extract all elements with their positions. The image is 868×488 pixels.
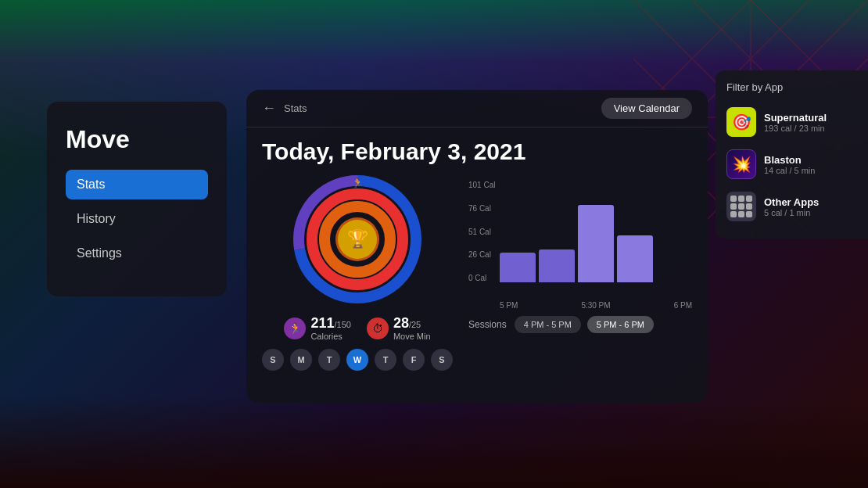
filter-panel: Filter by App 🎯Supernatural193 cal / 23 … <box>716 70 868 239</box>
bar-0 <box>500 253 536 283</box>
y-label: 76 Cal <box>468 204 495 213</box>
move-min-values: 28/25 Move Min <box>393 315 431 341</box>
day-circle-w3[interactable]: W <box>346 349 368 371</box>
move-min-icon: ⏱ <box>367 318 389 339</box>
floor-gradient <box>0 394 868 488</box>
session-button-0[interactable]: 4 PM - 5 PM <box>515 316 581 333</box>
filter-apps-list: 🎯Supernatural193 cal / 23 min💥Blaston14 … <box>716 101 868 228</box>
filter-title: Filter by App <box>716 81 868 101</box>
sidebar-item-history[interactable]: History <box>66 204 208 234</box>
app-icon-blaston: 💥 <box>726 149 756 179</box>
y-label: 26 Cal <box>468 250 495 259</box>
session-button-1[interactable]: 5 PM - 6 PM <box>587 316 654 333</box>
days-row: SMTWTFS <box>262 349 453 371</box>
sessions-label: Sessions <box>468 319 507 330</box>
day-circle-s6[interactable]: S <box>431 349 453 371</box>
app-stats: 5 cal / 1 min <box>764 208 819 217</box>
sidebar-item-stats[interactable]: Stats <box>66 170 208 199</box>
move-min-label: Move Min <box>393 332 431 341</box>
breadcrumb: Stats <box>284 102 307 114</box>
app-icon-supernatural: 🎯 <box>726 107 756 137</box>
donut-area: 🏆 🏃 🏃 211/150 Calories ⏱ 28/25 <box>262 173 453 371</box>
stats-content: 🏆 🏃 🏃 211/150 Calories ⏱ 28/25 <box>246 173 708 371</box>
day-circle-t4[interactable]: T <box>375 349 396 371</box>
chart-area: 101 Cal76 Cal51 Cal26 Cal0 Cal 5 PM5:30 … <box>468 173 692 371</box>
session-buttons: 4 PM - 5 PM5 PM - 6 PM <box>515 316 654 333</box>
filter-app-supernatural[interactable]: 🎯Supernatural193 cal / 23 min <box>716 101 868 143</box>
bar-3 <box>617 235 653 283</box>
y-axis-labels: 101 Cal76 Cal51 Cal26 Cal0 Cal <box>468 181 495 282</box>
app-icon-other <box>726 192 756 221</box>
back-button[interactable]: ← <box>262 100 276 117</box>
bar-1 <box>539 249 575 282</box>
grid-dots-icon <box>730 196 752 217</box>
calories-metric: 🏃 211/150 Calories <box>284 315 350 341</box>
metrics-row: 🏃 211/150 Calories ⏱ 28/25 Move Min <box>284 315 430 341</box>
sidebar-item-settings[interactable]: Settings <box>66 239 208 268</box>
app-name: Other Apps <box>764 196 819 208</box>
move-min-goal: /25 <box>409 320 421 329</box>
donut-chart: 🏆 🏃 <box>291 173 424 306</box>
x-axis-labels: 5 PM5:30 PM6 PM <box>500 298 692 310</box>
date-heading: Today, February 3, 2021 <box>246 127 708 173</box>
bar-2 <box>578 205 614 282</box>
move-min-value: 28 <box>393 315 409 331</box>
y-label: 51 Cal <box>468 228 495 236</box>
sidebar-title: Move <box>66 125 208 154</box>
activity-icon: 🏃 <box>352 178 364 188</box>
calories-value: 211 <box>310 315 334 331</box>
day-circle-f5[interactable]: F <box>403 349 425 371</box>
bar-chart: 101 Cal76 Cal51 Cal26 Cal0 Cal <box>468 181 692 298</box>
calories-goal: /150 <box>334 320 350 329</box>
bars-container <box>500 181 692 282</box>
calories-values: 211/150 Calories <box>310 315 350 341</box>
app-stats: 193 cal / 23 min <box>764 124 827 133</box>
filter-app-blaston[interactable]: 💥Blaston14 cal / 5 min <box>716 143 868 185</box>
move-min-metric: ⏱ 28/25 Move Min <box>367 315 431 341</box>
day-circle-m1[interactable]: M <box>290 349 312 371</box>
calories-icon: 🏃 <box>284 318 306 339</box>
x-label: 5 PM <box>500 301 518 310</box>
app-name: Supernatural <box>764 112 827 124</box>
sessions-row: Sessions 4 PM - 5 PM5 PM - 6 PM <box>468 316 692 333</box>
calories-label: Calories <box>310 332 350 341</box>
y-label: 0 Cal <box>468 274 495 282</box>
y-label: 101 Cal <box>468 181 495 189</box>
panel-header: ← Stats View Calendar <box>246 90 708 127</box>
app-info-other: Other Apps5 cal / 1 min <box>764 196 819 217</box>
filter-app-other-apps[interactable]: Other Apps5 cal / 1 min <box>716 185 868 228</box>
app-stats: 14 cal / 5 min <box>764 166 815 175</box>
x-label: 6 PM <box>674 301 692 310</box>
trophy-icon: 🏆 <box>338 220 377 259</box>
day-circle-t2[interactable]: T <box>318 349 340 371</box>
app-info-blaston: Blaston14 cal / 5 min <box>764 154 815 175</box>
app-name: Blaston <box>764 154 815 166</box>
view-calendar-button[interactable]: View Calendar <box>601 98 692 119</box>
app-info-supernatural: Supernatural193 cal / 23 min <box>764 112 827 133</box>
main-stats-panel: ← Stats View Calendar Today, February 3,… <box>246 90 708 403</box>
sidebar-panel: Move Stats History Settings <box>47 102 227 296</box>
day-circle-s0[interactable]: S <box>262 349 284 371</box>
x-label: 5:30 PM <box>581 301 610 310</box>
